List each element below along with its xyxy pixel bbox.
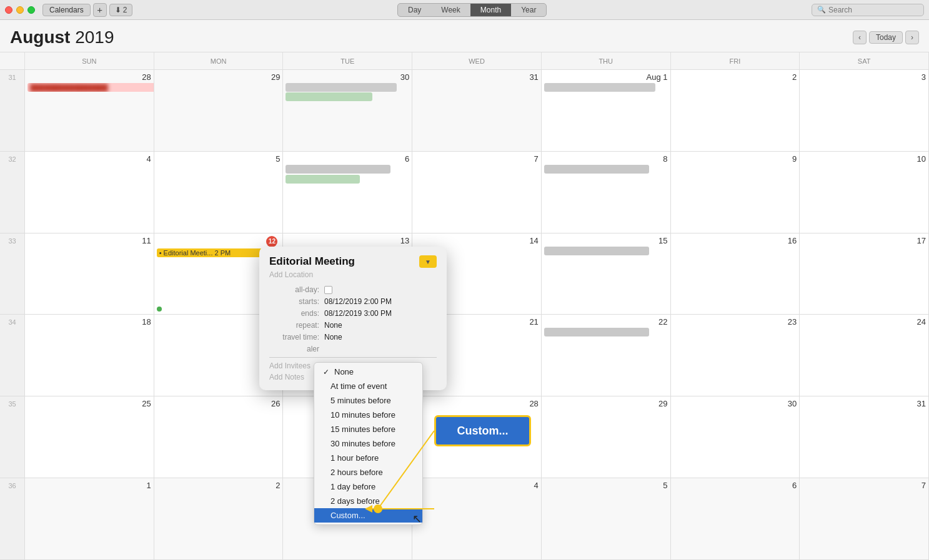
- prev-button[interactable]: ‹: [853, 31, 867, 44]
- dropdown-item-5min[interactable]: 5 minutes before: [314, 393, 422, 408]
- popup-ends-time[interactable]: 3:00 PM: [364, 309, 392, 318]
- day-number: 15: [544, 236, 668, 245]
- dropdown-item-30min[interactable]: 30 minutes before: [314, 436, 422, 451]
- week-col-header: [0, 52, 25, 69]
- cell-sep6[interactable]: 6: [671, 478, 800, 560]
- search-input[interactable]: [828, 6, 910, 14]
- cell-jul30[interactable]: 30: [283, 70, 412, 152]
- day-number: 30: [286, 72, 409, 82]
- day-number: 5: [544, 481, 668, 490]
- tab-year[interactable]: Year: [511, 4, 546, 16]
- popup-ends-label: ends:: [269, 309, 319, 318]
- cell-sep1[interactable]: 1: [25, 478, 154, 560]
- search-bar[interactable]: 🔍: [812, 4, 924, 16]
- tab-day[interactable]: Day: [398, 4, 431, 16]
- event-blurred: [544, 83, 655, 92]
- popup-starts-time[interactable]: 2:00 PM: [364, 297, 392, 306]
- event-bar[interactable]: ████████████████: [27, 83, 154, 92]
- next-button[interactable]: ›: [905, 31, 919, 44]
- view-tabs: Day Week Month Year: [397, 3, 547, 17]
- event-blurred: [286, 175, 360, 184]
- today-button[interactable]: Today: [869, 31, 903, 44]
- inbox-button[interactable]: ⬇ 2: [109, 4, 133, 16]
- cell-aug16[interactable]: 16: [671, 233, 800, 315]
- cell-aug26[interactable]: 26: [154, 396, 284, 478]
- header-sat: Sat: [800, 52, 929, 69]
- nav-area: ‹ Today ›: [853, 31, 919, 44]
- day-headers: Sun Mon Tue Wed Thu Fri Sat: [0, 52, 929, 70]
- day-number: 4: [27, 154, 151, 164]
- day-number: 29: [544, 399, 668, 408]
- popup-location[interactable]: Add Location: [269, 270, 437, 279]
- week-num-34: 34: [0, 315, 25, 396]
- cell-aug17[interactable]: 17: [800, 233, 929, 315]
- cell-jul28[interactable]: 28 ████████████████: [25, 70, 154, 152]
- cell-jul31[interactable]: 31: [412, 70, 542, 152]
- cell-jul29[interactable]: 29: [154, 70, 284, 152]
- day-number: 12: [157, 236, 281, 247]
- dropdown-item-2days[interactable]: 2 days before: [314, 494, 422, 508]
- dropdown-item-2hours[interactable]: 2 hours before: [314, 465, 422, 479]
- cell-aug7[interactable]: 7: [412, 152, 542, 233]
- cell-sep4[interactable]: 4: [412, 478, 542, 560]
- cell-aug9[interactable]: 9: [671, 152, 800, 233]
- color-picker-button[interactable]: ▼: [419, 255, 437, 268]
- cell-aug24[interactable]: 24: [800, 315, 929, 396]
- dropdown-item-none[interactable]: None: [314, 365, 422, 379]
- popup-travel-value[interactable]: None: [324, 333, 342, 341]
- cell-aug4[interactable]: 4: [25, 152, 154, 233]
- maximize-button[interactable]: [27, 6, 35, 14]
- header-mon: Mon: [154, 52, 284, 69]
- custom-annotation-text: Custom...: [457, 425, 508, 438]
- allday-checkbox[interactable]: [324, 286, 332, 294]
- view-tabs-container: Day Week Month Year: [132, 3, 812, 17]
- cell-aug6[interactable]: 6: [283, 152, 412, 233]
- day-number: 10: [802, 154, 926, 164]
- cell-sep2[interactable]: 2: [154, 478, 284, 560]
- cell-aug15[interactable]: 15: [542, 233, 671, 315]
- popup-starts-date[interactable]: 08/12/2019: [324, 297, 362, 306]
- calendars-button[interactable]: Calendars: [42, 4, 91, 16]
- cell-aug11[interactable]: 11: [25, 233, 154, 315]
- cell-aug18[interactable]: 18: [25, 315, 154, 396]
- close-button[interactable]: [5, 6, 12, 14]
- cell-sep5[interactable]: 5: [542, 478, 671, 560]
- cell-aug31[interactable]: 31: [800, 396, 929, 478]
- dropdown-item-15min[interactable]: 15 minutes before: [314, 422, 422, 436]
- day-number: 28: [415, 399, 539, 408]
- dropdown-item-at-time[interactable]: At time of event: [314, 379, 422, 393]
- cell-aug3[interactable]: 3: [800, 70, 929, 152]
- cell-aug8[interactable]: 8: [542, 152, 671, 233]
- day-number: 31: [802, 399, 926, 408]
- cell-aug2[interactable]: 2: [671, 70, 800, 152]
- cell-aug25[interactable]: 25: [25, 396, 154, 478]
- popup-ends-date[interactable]: 08/12/2019: [324, 309, 362, 318]
- day-number: 16: [673, 236, 797, 245]
- add-event-button[interactable]: +: [93, 3, 107, 17]
- cell-aug22[interactable]: 22: [542, 315, 671, 396]
- titlebar: Calendars + ⬇ 2 Day Week Month Year 🔍: [0, 0, 929, 20]
- event-blurred: [286, 165, 390, 174]
- day-number: 11: [27, 236, 151, 245]
- cell-aug23[interactable]: 23: [671, 315, 800, 396]
- cell-aug29[interactable]: 29: [542, 396, 671, 478]
- popup-repeat-row: repeat: None: [269, 321, 437, 330]
- dropdown-item-1hour[interactable]: 1 hour before: [314, 451, 422, 465]
- minimize-button[interactable]: [16, 6, 24, 14]
- cell-aug1[interactable]: Aug 1: [542, 70, 671, 152]
- popup-divider: [269, 357, 437, 358]
- alert-dropdown: None At time of event 5 minutes before 1…: [314, 362, 423, 525]
- event-blurred: [286, 83, 397, 92]
- cell-sep7[interactable]: 7: [800, 478, 929, 560]
- popup-repeat-value[interactable]: None: [324, 321, 342, 330]
- inbox-count: 2: [123, 6, 127, 14]
- dropdown-item-10min[interactable]: 10 minutes before: [314, 408, 422, 422]
- dropdown-item-custom[interactable]: Custom...: [314, 508, 422, 523]
- cell-aug30[interactable]: 30: [671, 396, 800, 478]
- event-blurred: [544, 328, 649, 336]
- dropdown-item-1day[interactable]: 1 day before: [314, 479, 422, 494]
- cell-aug10[interactable]: 10: [800, 152, 929, 233]
- cell-aug5[interactable]: 5: [154, 152, 284, 233]
- tab-week[interactable]: Week: [431, 4, 470, 16]
- tab-month[interactable]: Month: [470, 4, 511, 16]
